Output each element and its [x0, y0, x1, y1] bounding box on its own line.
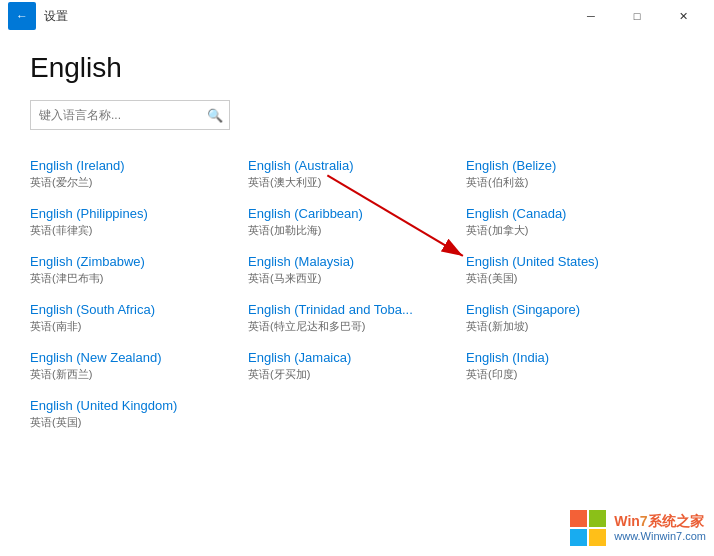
wm-blue2: 系统之家 — [648, 513, 704, 529]
lang-secondary: 英语(澳大利亚) — [248, 175, 462, 190]
watermark: Win7系统之家 www.Winwin7.com — [568, 508, 706, 548]
lang-secondary: 英语(牙买加) — [248, 367, 462, 382]
lang-item[interactable]: English (Ireland)英语(爱尔兰) — [30, 150, 248, 198]
lang-primary[interactable]: English (Ireland) — [30, 158, 244, 173]
lang-item[interactable]: English (Jamaica)英语(牙买加) — [248, 342, 466, 390]
svg-rect-2 — [570, 510, 587, 527]
lang-item[interactable]: English (United Kingdom)英语(英国) — [30, 390, 248, 438]
wm-blue: Win — [614, 513, 640, 529]
svg-rect-4 — [570, 529, 587, 546]
search-icon: 🔍 — [201, 108, 229, 123]
lang-item[interactable]: English (Singapore)英语(新加坡) — [466, 294, 684, 342]
languages-section: English (Ireland)英语(爱尔兰)English (Austral… — [30, 150, 684, 438]
lang-item[interactable]: English (Zimbabwe)英语(津巴布韦) — [30, 246, 248, 294]
lang-secondary: 英语(马来西亚) — [248, 271, 462, 286]
lang-item[interactable]: English (Caribbean)英语(加勒比海) — [248, 198, 466, 246]
lang-primary[interactable]: English (Australia) — [248, 158, 462, 173]
lang-primary[interactable]: English (United States) — [466, 254, 680, 269]
lang-secondary: 英语(印度) — [466, 367, 680, 382]
svg-rect-5 — [589, 529, 606, 546]
lang-secondary: 英语(南非) — [30, 319, 244, 334]
lang-primary[interactable]: English (Belize) — [466, 158, 680, 173]
lang-primary[interactable]: English (Malaysia) — [248, 254, 462, 269]
lang-primary[interactable]: English (Zimbabwe) — [30, 254, 244, 269]
watermark-line2: www.Winwin7.com — [614, 530, 706, 543]
title-bar: ← 设置 ─ □ ✕ — [0, 0, 714, 32]
lang-secondary: 英语(新加坡) — [466, 319, 680, 334]
lang-item[interactable]: English (Canada)英语(加拿大) — [466, 198, 684, 246]
app-title: 设置 — [44, 8, 68, 25]
lang-item[interactable]: English (South Africa)英语(南非) — [30, 294, 248, 342]
lang-primary[interactable]: English (Jamaica) — [248, 350, 462, 365]
window-controls: ─ □ ✕ — [568, 0, 706, 32]
watermark-line1: Win7系统之家 — [614, 513, 706, 530]
lang-secondary: 英语(伯利兹) — [466, 175, 680, 190]
main-content: English 🔍 English (Ireland)英语(爱尔兰)Englis… — [0, 32, 714, 556]
lang-secondary: 英语(特立尼达和多巴哥) — [248, 319, 462, 334]
lang-item[interactable]: English (United States)英语(美国) — [466, 246, 684, 294]
back-button[interactable]: ← — [8, 2, 36, 30]
lang-primary[interactable]: English (Trinidad and Toba... — [248, 302, 462, 317]
maximize-button[interactable]: □ — [614, 0, 660, 32]
lang-primary[interactable]: English (New Zealand) — [30, 350, 244, 365]
languages-grid: English (Ireland)英语(爱尔兰)English (Austral… — [30, 150, 684, 438]
lang-item[interactable]: English (Australia)英语(澳大利亚) — [248, 150, 466, 198]
watermark-text: Win7系统之家 www.Winwin7.com — [614, 513, 706, 543]
lang-secondary: 英语(加拿大) — [466, 223, 680, 238]
lang-primary[interactable]: English (United Kingdom) — [30, 398, 244, 413]
close-button[interactable]: ✕ — [660, 0, 706, 32]
lang-secondary: 英语(菲律宾) — [30, 223, 244, 238]
lang-primary[interactable]: English (India) — [466, 350, 680, 365]
lang-item[interactable]: English (Malaysia)英语(马来西亚) — [248, 246, 466, 294]
lang-secondary: 英语(津巴布韦) — [30, 271, 244, 286]
lang-secondary: 英语(爱尔兰) — [30, 175, 244, 190]
lang-secondary: 英语(美国) — [466, 271, 680, 286]
title-bar-left: ← 设置 — [8, 2, 568, 30]
minimize-button[interactable]: ─ — [568, 0, 614, 32]
svg-rect-3 — [589, 510, 606, 527]
page-title: English — [30, 52, 684, 84]
wm-orange: 7 — [640, 513, 648, 529]
lang-secondary: 英语(新西兰) — [30, 367, 244, 382]
main-window: ← 设置 ─ □ ✕ English 🔍 English (Ireland)英语… — [0, 0, 714, 556]
lang-secondary: 英语(英国) — [30, 415, 244, 430]
lang-primary[interactable]: English (Singapore) — [466, 302, 680, 317]
lang-primary[interactable]: English (South Africa) — [30, 302, 244, 317]
lang-item[interactable]: English (India)英语(印度) — [466, 342, 684, 390]
lang-item[interactable]: English (Trinidad and Toba...英语(特立尼达和多巴哥… — [248, 294, 466, 342]
lang-item[interactable]: English (Philippines)英语(菲律宾) — [30, 198, 248, 246]
lang-item[interactable]: English (New Zealand)英语(新西兰) — [30, 342, 248, 390]
search-box: 🔍 — [30, 100, 230, 130]
lang-primary[interactable]: English (Canada) — [466, 206, 680, 221]
lang-primary[interactable]: English (Caribbean) — [248, 206, 462, 221]
watermark-logo-icon — [568, 508, 608, 548]
search-input[interactable] — [31, 108, 201, 122]
lang-item[interactable]: English (Belize)英语(伯利兹) — [466, 150, 684, 198]
back-icon: ← — [16, 9, 28, 23]
lang-secondary: 英语(加勒比海) — [248, 223, 462, 238]
lang-primary[interactable]: English (Philippines) — [30, 206, 244, 221]
